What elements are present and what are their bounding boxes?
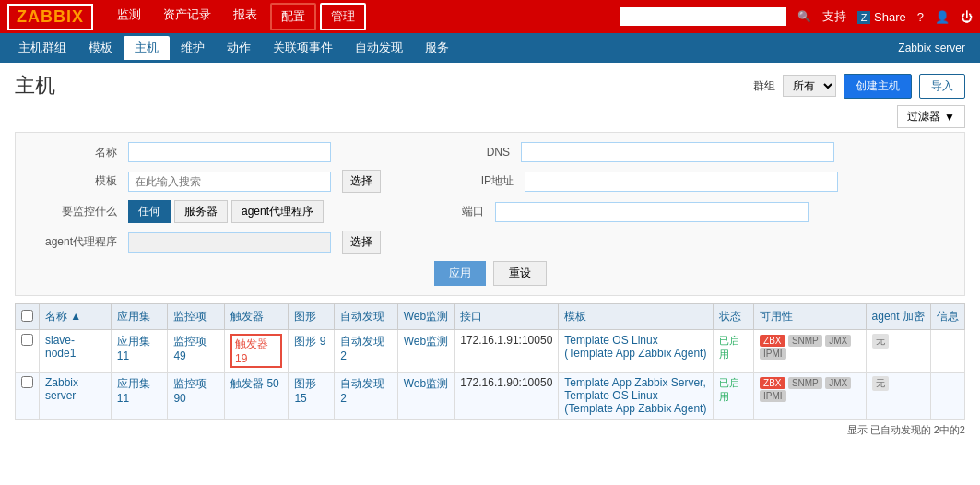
row-webmonitor[interactable]: Web监测 (397, 373, 454, 420)
nav-monitor[interactable]: 监测 (108, 3, 150, 30)
logo: ZABBIX (7, 4, 93, 30)
nav-asset[interactable]: 资产记录 (154, 3, 220, 30)
dns-label: DNS (427, 146, 510, 159)
row-autodiscover[interactable]: 自动发现 2 (335, 330, 398, 373)
row-status[interactable]: 已启用 (714, 330, 754, 373)
row-monitor[interactable]: 监控项 90 (168, 373, 225, 420)
availability-tag-zbx: ZBX (760, 335, 785, 347)
row-trigger[interactable]: 触发器 19 (225, 330, 289, 373)
search-icon[interactable]: 🔍 (797, 10, 811, 23)
availability-tag-zbx: ZBX (760, 377, 785, 389)
filter-toggle-button[interactable]: 过滤器 ▼ (897, 105, 965, 128)
col-graph: 图形 (289, 304, 335, 330)
row-appset[interactable]: 应用集 11 (111, 373, 168, 420)
monitor-agent-btn[interactable]: agent代理程序 (231, 200, 324, 223)
availability-tag-ipmi: IPMI (760, 348, 786, 360)
page-header: 主机 群组 所有 创建主机 导入 (0, 63, 980, 103)
filter-label: 过滤器 (907, 109, 940, 124)
dns-input[interactable] (521, 142, 834, 162)
group-select[interactable]: 所有 (783, 75, 836, 97)
availability-tag-jmx: JMX (825, 335, 851, 347)
row-info (930, 373, 964, 420)
import-button[interactable]: 导入 (919, 74, 965, 99)
template-label: 模板 (34, 173, 117, 189)
subnav-discovery[interactable]: 自动发现 (344, 36, 414, 60)
row-trigger[interactable]: 触发器 50 (225, 373, 289, 420)
share-icon[interactable]: Z Share (857, 10, 906, 24)
table-row: slave-node1应用集 11监控项 49触发器 19图形 9自动发现 2W… (16, 330, 965, 373)
monitor-any-btn[interactable]: 任何 (128, 200, 171, 223)
monitor-server-btn[interactable]: 服务器 (174, 200, 228, 223)
row-name[interactable]: slave-node1 (40, 330, 112, 373)
server-name: Zabbix server (898, 41, 973, 54)
availability-tag-snmp: SNMP (788, 335, 822, 347)
top-nav-items: 监测 资产记录 报表 配置 管理 (108, 3, 620, 30)
footer-note: 显示 已自动发现的 2中的2 (0, 420, 980, 441)
row-autodiscover[interactable]: 自动发现 2 (335, 373, 398, 420)
col-info: 信息 (930, 304, 964, 330)
ip-label: IP地址 (431, 173, 514, 189)
col-encryption: agent 加密 (866, 304, 930, 330)
subnav-service[interactable]: 服务 (414, 36, 460, 60)
filter-row-monitor: 要监控什么 任何 服务器 agent代理程序 端口 (34, 200, 946, 223)
row-graph[interactable]: 图形 9 (289, 330, 335, 373)
col-interface: 接口 (455, 304, 559, 330)
nav-admin[interactable]: 管理 (320, 3, 366, 30)
row-webmonitor[interactable]: Web监测 (397, 330, 454, 373)
row-interface: 172.16.1.90:10050 (455, 373, 559, 420)
row-name[interactable]: Zabbix server (40, 373, 112, 420)
ip-input[interactable] (525, 172, 838, 192)
col-checkbox[interactable] (16, 304, 40, 330)
select-all-checkbox[interactable] (21, 310, 33, 322)
row-checkbox[interactable] (21, 376, 33, 388)
filter-bar: 过滤器 ▼ (0, 103, 980, 132)
host-link[interactable]: Zabbix server (45, 376, 78, 402)
subnav-hostgroup[interactable]: 主机群组 (7, 36, 77, 60)
subnav-corr[interactable]: 关联项事件 (262, 36, 344, 60)
row-availability: ZBX SNMP JMX IPMI (754, 330, 867, 373)
col-name[interactable]: 名称 ▲ (40, 304, 112, 330)
subnav-maintenance[interactable]: 维护 (170, 36, 216, 60)
subnav-action[interactable]: 动作 (216, 36, 262, 60)
filter-section: 名称 DNS 模板 选择 IP地址 要监控什么 任何 服务器 agent代理程序… (15, 132, 965, 296)
col-webmonitor: Web监测 (397, 304, 454, 330)
logout-icon[interactable]: ⏻ (961, 10, 973, 24)
apply-button[interactable]: 应用 (434, 261, 486, 286)
status-badge: 已启用 (719, 377, 739, 402)
col-monitor: 监控项 (168, 304, 225, 330)
filter-icon: ▼ (944, 111, 955, 124)
row-template[interactable]: Template OS Linux (Template App Zabbix A… (559, 330, 714, 373)
create-host-button[interactable]: 创建主机 (844, 74, 912, 99)
col-appset: 应用集 (111, 304, 168, 330)
nav-report[interactable]: 报表 (224, 3, 266, 30)
help-icon[interactable]: ? (917, 10, 924, 24)
row-availability: ZBX SNMP JMX IPMI (754, 373, 867, 420)
reset-button[interactable]: 重设 (493, 261, 547, 286)
row-template[interactable]: Template App Zabbix Server, Template OS … (559, 373, 714, 420)
port-input[interactable] (495, 202, 809, 222)
nav-config[interactable]: 配置 (270, 3, 316, 30)
user-icon[interactable]: 👤 (935, 10, 950, 24)
search-input[interactable] (620, 7, 786, 26)
row-graph[interactable]: 图形 15 (289, 373, 335, 420)
support-link[interactable]: 支持 (822, 8, 846, 25)
row-appset[interactable]: 应用集 11 (111, 330, 168, 373)
top-nav-right: 🔍 支持 Z Share ? 👤 ⏻ (620, 7, 973, 26)
proxy-select-button[interactable]: 选择 (342, 231, 381, 254)
filter-row-template: 模板 选择 IP地址 (34, 170, 946, 193)
template-select-button[interactable]: 选择 (342, 170, 381, 193)
availability-tag-snmp: SNMP (788, 377, 822, 389)
subnav-host[interactable]: 主机 (124, 36, 170, 60)
monitor-options: 任何 服务器 agent代理程序 (128, 200, 324, 223)
name-input[interactable] (128, 142, 331, 162)
availability-tag-ipmi: IPMI (760, 390, 786, 402)
host-link[interactable]: slave-node1 (45, 334, 76, 360)
row-monitor[interactable]: 监控项 49 (168, 330, 225, 373)
row-checkbox[interactable] (21, 334, 33, 346)
subnav-template[interactable]: 模板 (77, 36, 124, 60)
row-status[interactable]: 已启用 (714, 373, 754, 420)
proxy-input[interactable] (128, 232, 331, 253)
template-input[interactable] (128, 172, 331, 192)
top-navigation: ZABBIX 监测 资产记录 报表 配置 管理 🔍 支持 Z Share ? 👤… (0, 0, 980, 33)
col-template: 模板 (559, 304, 714, 330)
